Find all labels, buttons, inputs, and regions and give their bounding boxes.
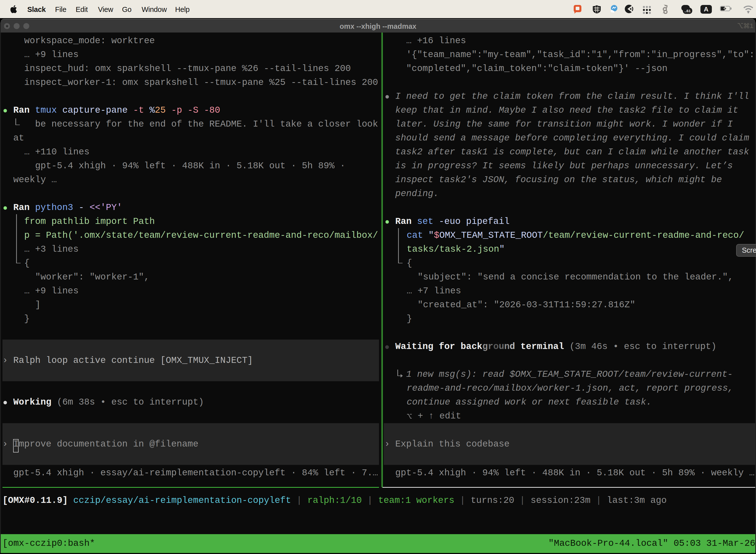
svg-text:1: 1 <box>750 22 753 29</box>
